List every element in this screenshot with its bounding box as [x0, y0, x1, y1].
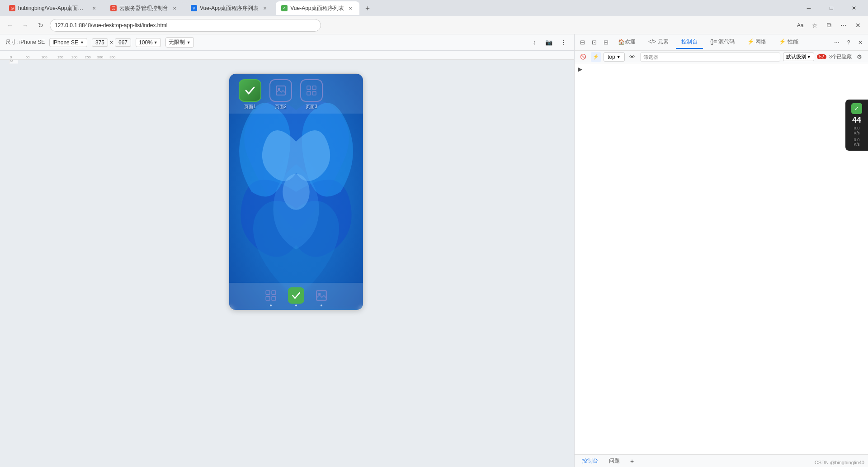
more-options-icon[interactable]: ⋮	[558, 37, 569, 48]
ruler-ticks: 0 50 100 150 200 250 300 350	[9, 51, 574, 59]
width-input[interactable]	[92, 38, 108, 47]
undock-icon[interactable]: ⊞	[601, 38, 611, 48]
svg-rect-9	[272, 291, 276, 295]
ext-number: 44	[852, 116, 861, 124]
context-selector[interactable]: top ▼	[604, 52, 625, 62]
back-button[interactable]: ←	[4, 19, 16, 32]
svg-rect-2	[276, 86, 285, 95]
clear-console-button[interactable]: 🚫	[578, 52, 588, 62]
dock-icon-page1[interactable]	[288, 287, 304, 306]
ruler-row: 0 50 100 150 200 250 300 350	[0, 51, 574, 60]
dock-icon-page3[interactable]	[263, 287, 279, 306]
devtools-close[interactable]: ✕	[855, 38, 865, 48]
level-label: 默认级别	[786, 53, 806, 60]
csdn-watermark: CSDN @bingbinglin40	[815, 460, 864, 465]
dock-dot-3	[270, 305, 272, 306]
tab-cloud[interactable]: 云 云服务器管理控制台 ✕	[105, 1, 184, 15]
dock-icon-page2[interactable]	[313, 287, 330, 306]
bottom-tab-console[interactable]: 控制台	[578, 456, 602, 466]
filter-toggle-button[interactable]: ⚡	[591, 52, 601, 62]
reader-mode-button[interactable]: Aa	[794, 19, 807, 32]
devtools-tab-elements[interactable]: </> 元素	[643, 36, 674, 49]
tab-hubingbing[interactable]: G hubingbing/Vue-App桌面程序序列... ✕	[4, 1, 103, 15]
app-icon-page3[interactable]: 页面3	[298, 79, 325, 110]
tab-label-1: hubingbing/Vue-App桌面程序序列...	[18, 5, 88, 12]
tab-close-4[interactable]: ✕	[347, 5, 354, 12]
h-ruler: 0 50 100 150 200 250 300 350	[9, 51, 574, 59]
svg-rect-7	[312, 91, 316, 95]
bottom-dock	[229, 283, 363, 310]
main-area: 尺寸: iPhone SE iPhone SE ▼ × 100% ▼ 无限制 ▼	[0, 34, 868, 467]
app-icon-page1[interactable]: 页面1	[236, 79, 264, 110]
forward-button[interactable]: →	[19, 19, 32, 32]
new-tab-button[interactable]: ＋	[361, 2, 374, 14]
phone-mockup: 页面1 页面2	[229, 73, 363, 310]
minimize-button[interactable]: ─	[798, 1, 819, 15]
tab-vue-list-1[interactable]: V Vue-App桌面程序序列表 ✕	[185, 1, 274, 15]
welcome-tab-label: 欢迎	[625, 38, 636, 46]
add-bottom-tab-button[interactable]: +	[627, 456, 637, 466]
console-content	[575, 75, 868, 454]
bottom-tab-issues[interactable]: 问题	[605, 456, 623, 466]
svg-rect-6	[307, 91, 311, 95]
devtools-close-button[interactable]: ✕	[852, 19, 864, 32]
browser-window: G hubingbing/Vue-App桌面程序序列... ✕ 云 云服务器管理…	[0, 0, 868, 467]
level-selector[interactable]: 默认级别 ▼	[783, 52, 814, 61]
tab-close-1[interactable]: ✕	[90, 5, 98, 12]
ext-check-mark: ✓	[854, 105, 859, 112]
console-settings-button[interactable]: ⚙	[854, 52, 864, 62]
tab-favicon-3: V	[191, 5, 197, 11]
address-text: 127.0.0.1:8848/vue-desktop-app-list/inde…	[55, 22, 168, 29]
tab-label-4: Vue-App桌面程序列表	[290, 5, 344, 12]
more-button[interactable]: ⋯	[837, 19, 850, 32]
devtools-tab-performance[interactable]: ⚡ 性能	[774, 36, 803, 49]
console-expand-row[interactable]: ▶	[575, 63, 868, 75]
devtools-tab-welcome[interactable]: 🏠 欢迎	[613, 36, 641, 49]
device-chevron-icon: ▼	[80, 40, 84, 45]
grid-icon	[306, 85, 317, 96]
devtools-help[interactable]: ?	[844, 38, 854, 48]
maximize-button[interactable]: □	[821, 1, 842, 15]
svg-rect-8	[266, 291, 270, 295]
bookmark-star-button[interactable]: ☆	[808, 19, 821, 32]
zoom-chevron-icon: ▼	[154, 40, 158, 45]
height-input[interactable]	[115, 38, 131, 47]
dock-side-icon[interactable]: ⊟	[577, 38, 587, 48]
viewport-scroll[interactable]: 0	[0, 60, 574, 467]
sources-tab-label: {}≡ 源代码	[710, 38, 735, 46]
zoom-selector[interactable]: 100% ▼	[136, 38, 161, 47]
tab-close-2[interactable]: ✕	[171, 5, 178, 12]
app-icon-page2[interactable]: 页面2	[267, 79, 294, 110]
close-button[interactable]: ✕	[844, 1, 864, 15]
capture-icon[interactable]: 📷	[543, 37, 554, 48]
console-tab-label: 控制台	[681, 38, 698, 46]
performance-tab-label: ⚡ 性能	[779, 38, 798, 46]
tab-vue-app-active[interactable]: ✓ Vue-App桌面程序列表 ✕	[276, 1, 359, 15]
dock-bottom-icon[interactable]: ⊡	[589, 38, 599, 48]
console-filter-input[interactable]	[640, 52, 780, 62]
address-bar[interactable]: 127.0.0.1:8848/vue-desktop-app-list/inde…	[50, 19, 321, 32]
svg-rect-10	[266, 296, 270, 300]
eye-icon[interactable]: 👁	[627, 52, 637, 62]
error-count-badge: 52	[817, 54, 826, 59]
devtools-panel: ⊟ ⊡ ⊞ 🏠 欢迎 </> 元素 控制台 {}≡ 源代码 ⚡ 网	[574, 34, 868, 467]
devtools-more-tabs[interactable]: ⋯	[832, 38, 842, 48]
rotate-icon[interactable]: ↕	[529, 37, 540, 48]
page1-icon-box	[239, 79, 261, 102]
reload-button[interactable]: ↻	[34, 19, 47, 32]
tab-close-3[interactable]: ✕	[261, 5, 269, 12]
check-mark-icon	[244, 85, 256, 96]
browser-toolbar: ← → ↻ 127.0.0.1:8848/vue-desktop-app-lis…	[0, 16, 868, 34]
throttle-selector[interactable]: 无限制 ▼	[165, 37, 194, 48]
context-chevron-icon: ▼	[617, 55, 621, 59]
devtools-tab-sources[interactable]: {}≡ 源代码	[705, 36, 740, 49]
device-toolbar-right: ↕ 📷 ⋮	[529, 37, 569, 48]
devtools-tab-network[interactable]: ⚡ 网络	[742, 36, 772, 49]
devtools-tab-console[interactable]: 控制台	[676, 36, 703, 49]
extension-button[interactable]: ⧉	[823, 19, 835, 32]
page1-label: 页面1	[244, 104, 256, 110]
dock-check-icon	[291, 291, 301, 300]
device-selector[interactable]: iPhone SE ▼	[49, 38, 87, 47]
dock-image-icon	[315, 289, 328, 302]
dock-dot-1	[295, 305, 297, 306]
